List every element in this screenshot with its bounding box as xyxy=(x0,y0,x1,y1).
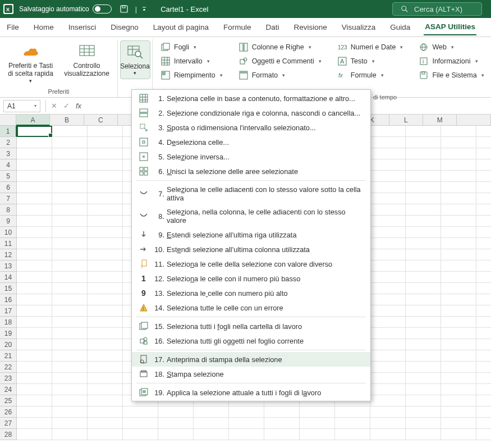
cell[interactable] xyxy=(441,362,476,373)
cell[interactable] xyxy=(370,406,406,418)
cell[interactable] xyxy=(52,305,88,317)
cell[interactable] xyxy=(476,204,491,216)
row-header[interactable]: 27 xyxy=(0,418,17,429)
cell[interactable] xyxy=(52,193,88,204)
cell[interactable] xyxy=(406,238,441,249)
row-header[interactable]: 26 xyxy=(0,406,17,418)
cell[interactable] xyxy=(158,418,194,429)
cell[interactable] xyxy=(88,294,123,305)
cell[interactable] xyxy=(194,406,229,418)
cell[interactable] xyxy=(17,406,52,418)
cell[interactable] xyxy=(476,350,491,362)
select-all-corner[interactable] xyxy=(0,115,16,126)
row-header[interactable]: 25 xyxy=(0,395,17,406)
cell[interactable] xyxy=(406,159,441,171)
cell[interactable] xyxy=(441,126,476,137)
cell[interactable] xyxy=(264,406,300,418)
menu-item-10[interactable]: 10.Estendi selezione all'ultima colonna … xyxy=(132,242,370,257)
save-button[interactable] xyxy=(120,4,129,13)
cell[interactable] xyxy=(441,317,476,328)
tab-layout-di-pagina[interactable]: Layout di pagina xyxy=(152,20,210,35)
cell[interactable] xyxy=(370,317,406,328)
column-header[interactable]: B xyxy=(50,115,84,126)
cell[interactable] xyxy=(52,429,88,440)
cell[interactable] xyxy=(88,384,123,395)
cell[interactable] xyxy=(476,159,491,171)
tab-guida[interactable]: Guida xyxy=(389,20,411,35)
cell[interactable] xyxy=(194,418,229,429)
menu-item-1[interactable]: 1.Seleziona celle in base a contenuto, f… xyxy=(132,91,370,106)
cell[interactable] xyxy=(370,283,406,294)
menu-item-5[interactable]: 5.Selezione inversa... xyxy=(132,149,370,164)
row-header[interactable]: 1 xyxy=(0,126,17,137)
tab-asap-utilities[interactable]: ASAP Utilities xyxy=(424,19,476,35)
cell[interactable] xyxy=(370,429,406,440)
cell[interactable] xyxy=(406,204,441,216)
cell[interactable] xyxy=(441,260,476,272)
cell[interactable] xyxy=(370,159,406,171)
row-header[interactable]: 11 xyxy=(0,238,17,249)
cell[interactable] xyxy=(88,373,123,384)
row-header[interactable]: 16 xyxy=(0,294,17,305)
cell[interactable] xyxy=(88,171,123,182)
riempimento-button[interactable]: Riempimento▾ xyxy=(157,68,226,82)
name-box[interactable]: A1 ▾ xyxy=(3,100,40,112)
cell[interactable] xyxy=(229,429,264,440)
cell[interactable] xyxy=(406,137,441,148)
tab-disegno[interactable]: Disegno xyxy=(109,20,140,35)
cell[interactable] xyxy=(123,418,158,429)
cell[interactable] xyxy=(476,193,491,204)
cell[interactable] xyxy=(370,395,406,406)
cell[interactable] xyxy=(441,283,476,294)
cell[interactable] xyxy=(441,406,476,418)
cell[interactable] xyxy=(17,171,52,182)
cell[interactable] xyxy=(264,429,300,440)
cell[interactable] xyxy=(441,395,476,406)
cell[interactable] xyxy=(335,418,370,429)
cell[interactable] xyxy=(17,126,52,137)
cell[interactable] xyxy=(88,126,123,137)
menu-item-18[interactable]: 18.Stampa selezione xyxy=(132,367,370,381)
cell[interactable] xyxy=(370,328,406,339)
cell[interactable] xyxy=(476,362,491,373)
row-header[interactable]: 22 xyxy=(0,362,17,373)
cell[interactable] xyxy=(441,182,476,193)
cell[interactable] xyxy=(52,126,88,137)
cell[interactable] xyxy=(17,182,52,193)
tab-formule[interactable]: Formule xyxy=(222,20,253,35)
cell[interactable] xyxy=(441,272,476,283)
cell[interactable] xyxy=(476,260,491,272)
cell[interactable] xyxy=(88,283,123,294)
cell[interactable] xyxy=(88,249,123,260)
tab-visualizza[interactable]: Visualizza xyxy=(341,20,377,35)
menu-item-16[interactable]: 16.Seleziona tutti gli oggetti nel fogli… xyxy=(132,333,370,348)
cell[interactable] xyxy=(52,249,88,260)
menu-item-9[interactable]: 9.Estendi selezione all'ultima riga util… xyxy=(132,227,370,242)
cell[interactable] xyxy=(88,328,123,339)
intervallo-button[interactable]: Intervallo▾ xyxy=(157,54,226,68)
cell[interactable] xyxy=(406,362,441,373)
cell[interactable] xyxy=(406,126,441,137)
cell[interactable] xyxy=(476,148,491,159)
cell[interactable] xyxy=(441,216,476,227)
cell[interactable] xyxy=(88,418,123,429)
informazioni-button[interactable]: i Informazioni▾ xyxy=(415,54,487,68)
cell[interactable] xyxy=(17,373,52,384)
row-header[interactable]: 13 xyxy=(0,260,17,272)
cell[interactable] xyxy=(476,238,491,249)
cell[interactable] xyxy=(370,384,406,395)
cell[interactable] xyxy=(52,159,88,171)
cell[interactable] xyxy=(476,126,491,137)
cell[interactable] xyxy=(370,294,406,305)
cell[interactable] xyxy=(441,384,476,395)
cell[interactable] xyxy=(441,328,476,339)
cell[interactable] xyxy=(370,193,406,204)
cell[interactable] xyxy=(17,339,52,350)
cell[interactable] xyxy=(123,429,158,440)
menu-item-12[interactable]: 112.Seleziona le celle con il numero più… xyxy=(132,271,370,286)
cell[interactable] xyxy=(441,193,476,204)
cell[interactable] xyxy=(370,227,406,238)
cell[interactable] xyxy=(52,350,88,362)
cell[interactable] xyxy=(370,350,406,362)
cell[interactable] xyxy=(476,137,491,148)
